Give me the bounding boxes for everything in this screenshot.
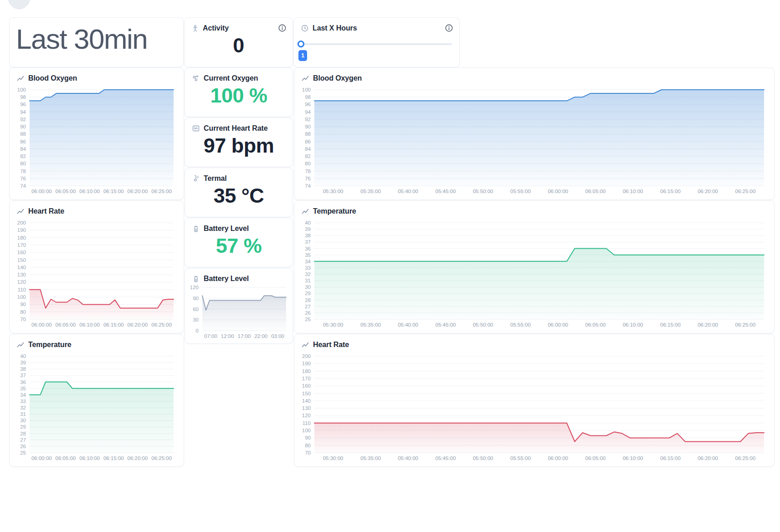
trend-icon: [302, 75, 309, 82]
x-axis-tick-label: 05:30:00: [323, 188, 344, 194]
last-x-hours-header: Last X Hours: [294, 18, 459, 32]
y-axis-tick-label: 34: [13, 392, 26, 398]
y-axis-tick-label: 150: [298, 390, 311, 397]
y-axis-tick-label: 100: [298, 427, 311, 434]
x-axis-tick-label: 06:05:00: [56, 188, 76, 194]
y-axis-tick-label: 32: [298, 271, 311, 277]
y-axis-tick-label: 37: [298, 239, 311, 245]
x-axis-tick-label: 06:25:00: [735, 322, 756, 328]
y-axis-tick-label: 100: [13, 294, 26, 300]
y-axis-tick-label: 110: [298, 420, 311, 426]
y-axis-tick-label: 130: [298, 405, 311, 411]
x-axis-tick-label: 07:00: [204, 333, 217, 339]
x-axis-tick-label: 06:00:00: [548, 188, 568, 194]
x-axis-tick-label: 05:35:00: [360, 455, 381, 461]
hours-slider-handle[interactable]: [298, 41, 304, 47]
y-axis-tick-label: 32: [13, 404, 26, 411]
thermometer-icon: A: [192, 175, 200, 182]
chart-canvas: [13, 220, 181, 329]
chart-canvas: [298, 220, 771, 329]
activity-card: Activity 0: [184, 17, 293, 67]
x-axis-tick-label: 06:15:00: [660, 455, 681, 461]
time-range-title-card: Last 30min: [9, 17, 184, 67]
y-axis-tick-label: 90: [13, 123, 26, 130]
x-axis-tick-label: 06:05:00: [585, 322, 606, 328]
chart-title: Battery Level: [204, 275, 249, 283]
y-axis-tick-label: 100: [298, 87, 311, 93]
thermal-value: 35 °C: [185, 184, 292, 208]
y-axis-tick-label: 90: [298, 435, 311, 441]
y-axis-tick-label: 26: [298, 310, 311, 316]
x-axis-tick-label: 05:30:00: [323, 322, 344, 328]
y-axis-tick-label: 90: [189, 295, 199, 302]
y-axis-tick-label: 170: [13, 242, 26, 248]
blood-oxygen-chart-30min: 1009896949290888684828078767406:00:0006:…: [13, 87, 181, 196]
x-axis-tick-label: 12:00: [221, 333, 234, 339]
x-axis-tick-label: 05:50:00: [473, 188, 493, 194]
x-axis-tick-label: 06:05:00: [585, 455, 606, 461]
x-axis-tick-label: 06:00:00: [548, 455, 568, 461]
x-axis-tick-label: 06:25:00: [151, 188, 172, 194]
y-axis-tick-label: 27: [298, 303, 311, 310]
x-axis-tick-label: 06:10:00: [79, 188, 100, 194]
chart-title: Heart Rate: [313, 341, 349, 349]
pulse-chart-icon: [192, 125, 200, 132]
heart-rate-chart-30min: 2001901801701601501401301201101009080700…: [13, 220, 181, 329]
activity-value: 0: [185, 34, 292, 57]
y-axis-tick-label: 34: [298, 258, 311, 265]
info-icon[interactable]: [445, 24, 453, 32]
battery-icon: [192, 275, 200, 282]
x-axis-tick-label: 06:20:00: [128, 455, 148, 461]
avatar[interactable]: [8, 0, 30, 9]
x-axis-tick-label: 06:10:00: [623, 455, 643, 461]
temperature-chart-30min: 4039383736353433323130292827262506:00:00…: [13, 353, 181, 463]
x-axis-tick-label: 06:15:00: [103, 188, 124, 194]
stat-card-header: A Termal: [185, 168, 292, 183]
x-axis-tick-label: 06:20:00: [698, 188, 718, 194]
chart-canvas: [298, 87, 771, 196]
battery-icon: [192, 225, 200, 232]
y-axis-tick-label: 80: [298, 442, 311, 449]
y-axis-tick-label: 36: [298, 246, 311, 252]
y-axis-tick-label: 28: [298, 297, 311, 303]
x-axis-tick-label: 05:45:00: [436, 455, 456, 461]
y-axis-tick-label: 200: [298, 353, 311, 359]
hours-slider-track[interactable]: [300, 43, 452, 45]
y-axis-tick-label: 86: [298, 138, 311, 145]
stat-title: Termal: [204, 174, 227, 183]
x-axis-tick-label: 05:35:00: [360, 322, 381, 328]
y-axis-tick-label: 150: [13, 257, 26, 263]
info-icon[interactable]: [278, 24, 286, 32]
y-axis-tick-label: 78: [298, 168, 311, 174]
y-axis-tick-label: 26: [13, 443, 26, 450]
y-axis-tick-label: 70: [13, 316, 26, 322]
trend-icon: [302, 341, 309, 348]
y-axis-tick-label: 92: [298, 116, 311, 123]
y-axis-tick-label: 76: [298, 175, 311, 182]
y-axis-tick-label: 70: [298, 450, 311, 456]
chart-title: Temperature: [28, 341, 72, 349]
y-axis-tick-label: 88: [13, 131, 26, 137]
y-axis-tick-label: 30: [298, 284, 311, 290]
x-axis-tick-label: 06:15:00: [103, 455, 124, 461]
heart-rate-chart-1h: 2001901801701601501401301201101009080700…: [298, 353, 771, 463]
y-axis-tick-label: 38: [298, 232, 311, 239]
x-axis-tick-label: 17:00: [238, 333, 251, 339]
heart-rate-card-30min: Heart Rate 20019018017016015014013012011…: [9, 200, 184, 333]
y-axis-tick-label: 80: [13, 309, 26, 315]
battery-level-value: 57 %: [185, 234, 292, 258]
blood-oxygen-chart-1h: 1009896949290888684828078767405:30:0005:…: [298, 87, 771, 196]
x-axis-tick-label: 06:00:00: [31, 455, 52, 461]
chart-card-header: Temperature: [294, 201, 774, 215]
stat-card-header: Battery Level: [185, 218, 292, 233]
x-axis-tick-label: 06:05:00: [585, 188, 606, 194]
x-axis-tick-label: 06:00:00: [31, 188, 52, 194]
x-axis-tick-label: 06:15:00: [660, 188, 681, 194]
temperature-card-30min: Temperature 4039383736353433323130292827…: [9, 334, 184, 467]
y-axis-tick-label: 180: [298, 368, 311, 374]
x-axis-tick-label: 05:50:00: [473, 322, 493, 328]
x-axis-tick-label: 06:05:00: [56, 322, 76, 328]
y-axis-tick-label: 140: [298, 398, 311, 404]
trend-icon: [302, 208, 309, 215]
y-axis-tick-label: 160: [298, 383, 311, 389]
